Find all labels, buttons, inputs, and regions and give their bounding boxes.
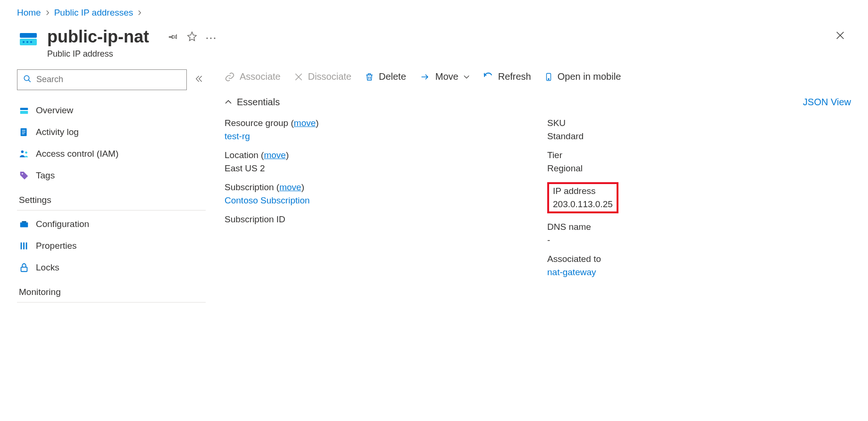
nav-label: Tags	[36, 170, 55, 181]
page-subtitle: Public IP address	[47, 49, 149, 59]
svg-point-8	[24, 76, 29, 81]
move-link[interactable]: move	[279, 182, 301, 192]
nav-item-tags[interactable]: Tags	[17, 165, 206, 186]
nav-list: Overview Activity log Access control (IA…	[17, 100, 206, 303]
field-value: 203.0.113.0.25	[553, 199, 613, 210]
essentials-field: Subscription ID	[225, 214, 528, 225]
svg-rect-20	[21, 242, 22, 249]
field-value[interactable]: test-rg	[225, 131, 528, 142]
svg-point-16	[25, 152, 27, 154]
field-label: DNS name	[547, 222, 851, 232]
svg-point-5	[206, 37, 208, 39]
svg-point-17	[22, 173, 23, 175]
chevron-right-icon	[137, 8, 142, 18]
highlight-box: IP address203.0.113.0.25	[547, 182, 618, 213]
essentials-field: Associated tonat-gateway	[547, 254, 851, 278]
field-label: Associated to	[547, 254, 851, 264]
page-title: public-ip-nat	[47, 27, 149, 46]
search-icon	[23, 75, 32, 84]
sidebar: Overview Activity log Access control (IA…	[17, 69, 206, 305]
svg-point-15	[21, 150, 24, 153]
nav-item-overview[interactable]: Overview	[17, 100, 206, 121]
svg-point-3	[26, 41, 28, 43]
svg-rect-10	[20, 111, 28, 114]
nav-heading-monitoring: Monitoring	[17, 278, 206, 303]
nav-item-access-control[interactable]: Access control (IAM)	[17, 143, 206, 165]
toolbar: Associate Dissociate Delete Move Refresh	[225, 71, 851, 83]
search-box[interactable]	[17, 69, 187, 90]
open-mobile-button[interactable]: Open in mobile	[544, 71, 621, 83]
svg-point-2	[23, 41, 25, 43]
collapse-sidebar-icon[interactable]	[194, 75, 203, 84]
svg-rect-21	[23, 242, 25, 249]
breadcrumb-home[interactable]: Home	[17, 8, 41, 18]
field-label: IP address	[553, 186, 613, 196]
configuration-icon	[19, 219, 29, 229]
field-value: -	[547, 235, 851, 245]
content-pane: Associate Dissociate Delete Move Refresh	[225, 69, 851, 305]
associate-button: Associate	[225, 71, 281, 82]
svg-rect-9	[20, 108, 28, 110]
field-value: Regional	[547, 163, 851, 174]
essentials-grid: Resource group (move)test-rgLocation (mo…	[225, 118, 851, 286]
nav-label: Overview	[36, 105, 73, 116]
svg-rect-12	[22, 130, 25, 130]
nav-item-activity-log[interactable]: Activity log	[17, 121, 206, 143]
more-icon[interactable]	[206, 34, 216, 41]
field-value[interactable]: Contoso Subscription	[225, 195, 528, 206]
essentials-field: DNS name-	[547, 222, 851, 245]
essentials-field: IP address203.0.113.0.25	[547, 182, 851, 213]
svg-rect-22	[26, 242, 27, 249]
field-value: Standard	[547, 131, 851, 142]
breadcrumb-parent[interactable]: Public IP addresses	[54, 8, 134, 18]
field-value[interactable]: nat-gateway	[547, 267, 851, 278]
nav-item-locks[interactable]: Locks	[17, 257, 206, 278]
overview-icon	[19, 105, 29, 116]
nav-label: Configuration	[36, 219, 89, 229]
nav-heading-settings: Settings	[17, 186, 206, 210]
essentials-field: Subscription (move)Contoso Subscription	[225, 182, 528, 206]
nav-label: Locks	[36, 262, 59, 273]
svg-point-25	[548, 78, 549, 79]
essentials-field: Resource group (move)test-rg	[225, 118, 528, 142]
svg-rect-14	[22, 133, 25, 134]
pin-icon[interactable]	[168, 31, 178, 43]
access-control-icon	[19, 149, 29, 159]
chevron-right-icon	[45, 8, 50, 18]
svg-rect-13	[22, 132, 25, 132]
tags-icon	[19, 170, 29, 181]
field-label: Subscription ID	[225, 214, 528, 225]
svg-rect-23	[21, 267, 27, 271]
svg-point-7	[214, 37, 215, 39]
svg-rect-18	[20, 222, 28, 227]
breadcrumb: Home Public IP addresses	[17, 8, 851, 18]
field-label: Location (move)	[225, 150, 528, 160]
lock-icon	[19, 262, 29, 273]
star-icon[interactable]	[187, 31, 197, 43]
properties-icon	[19, 241, 29, 251]
activity-log-icon	[19, 127, 29, 137]
nav-label: Access control (IAM)	[36, 149, 118, 159]
nav-item-configuration[interactable]: Configuration	[17, 213, 206, 235]
dissociate-button: Dissociate	[294, 71, 351, 82]
nav-label: Properties	[36, 241, 77, 251]
essentials-toggle[interactable]: Essentials JSON View	[225, 97, 851, 108]
json-view-link[interactable]: JSON View	[803, 97, 851, 108]
search-input[interactable]	[36, 75, 181, 84]
svg-point-6	[210, 37, 211, 39]
page-header: public-ip-nat Public IP address	[17, 27, 851, 59]
field-value: East US 2	[225, 163, 528, 174]
field-label: Tier	[547, 150, 851, 160]
move-link[interactable]: move	[264, 150, 285, 160]
refresh-button[interactable]: Refresh	[483, 71, 531, 82]
svg-rect-19	[22, 221, 26, 222]
close-icon[interactable]	[835, 30, 845, 42]
move-link[interactable]: move	[294, 118, 316, 128]
essentials-field: SKUStandard	[547, 118, 851, 142]
essentials-field: TierRegional	[547, 150, 851, 174]
move-button[interactable]: Move	[419, 71, 470, 82]
delete-button[interactable]: Delete	[365, 71, 406, 82]
nav-item-properties[interactable]: Properties	[17, 235, 206, 257]
svg-point-4	[30, 41, 32, 43]
chevron-down-icon	[463, 74, 470, 80]
